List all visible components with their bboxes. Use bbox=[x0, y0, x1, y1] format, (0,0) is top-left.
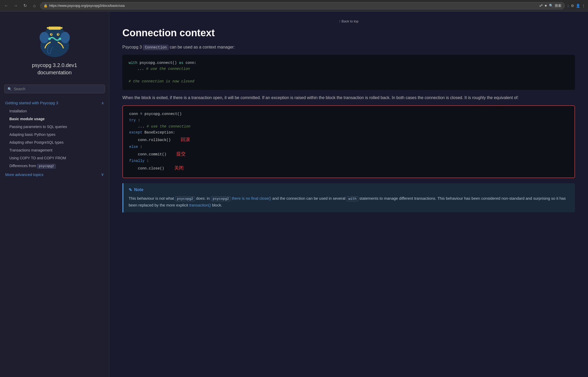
sidebar-item-differences[interactable]: Differences from psycopg2 bbox=[0, 162, 109, 170]
sidebar-item-installation[interactable]: Installation bbox=[0, 107, 109, 115]
svg-point-9 bbox=[48, 38, 51, 40]
sidebar-logo: psycopg 3.2.0.dev1documentation bbox=[0, 11, 109, 81]
search-icon: 🔍 bbox=[8, 87, 12, 91]
sidebar-item-copy[interactable]: Using COPY TO and COPY FROM bbox=[0, 154, 109, 162]
cb2-line-3: ... # use the connection bbox=[129, 124, 568, 130]
sidebar-title: psycopg 3.2.0.dev1documentation bbox=[32, 62, 77, 76]
chevron-down-icon: ∨ bbox=[101, 172, 104, 177]
nav-group-label: Getting started with Psycopg 3 bbox=[5, 101, 58, 105]
code-block-1: with psycopg.connect() as conn: ... # us… bbox=[122, 55, 575, 90]
cb2-line-6: else : bbox=[129, 144, 568, 150]
pencil-icon: ✎ bbox=[129, 187, 132, 192]
sidebar-item-adapting-python[interactable]: Adapting basic Python types bbox=[0, 131, 109, 138]
svg-point-7 bbox=[58, 34, 59, 35]
cb2-line-2: try : bbox=[129, 117, 568, 124]
search-box[interactable]: 🔍 Search bbox=[4, 84, 105, 93]
sidebar: psycopg 3.2.0.dev1documentation 🔍 Search… bbox=[0, 11, 109, 377]
download-icon: ↓ bbox=[567, 3, 569, 8]
note-link-2[interactable]: transaction() bbox=[189, 203, 211, 207]
intro-paragraph: Psycopg 3 Connection can be used as a co… bbox=[122, 44, 575, 51]
note-code-3: with bbox=[347, 196, 358, 201]
code-line-1: with psycopg.connect() as conn: bbox=[129, 60, 569, 66]
nav-group-advanced-label: More advanced topics bbox=[5, 172, 43, 177]
search-label: 搜索 bbox=[555, 3, 561, 8]
back-to-top: ↑ Back to top bbox=[122, 19, 575, 23]
note-text-1: This behaviour is not what bbox=[129, 196, 175, 200]
profile-icon: 👤 bbox=[576, 4, 580, 8]
back-button[interactable]: ← bbox=[3, 2, 10, 9]
security-icon: 🔒 bbox=[43, 4, 48, 8]
prose-paragraph-1: When the block is exited, if there is a … bbox=[122, 94, 575, 101]
nav-group-getting-started[interactable]: Getting started with Psycopg 3 ∧ bbox=[0, 99, 109, 107]
svg-point-3 bbox=[60, 32, 70, 43]
forward-button[interactable]: → bbox=[12, 2, 19, 9]
cb2-line-9: conn.close() 关闭 bbox=[129, 164, 568, 172]
content-area: ↑ Back to top Connection context Psycopg… bbox=[109, 11, 588, 377]
svg-rect-11 bbox=[47, 27, 62, 29]
nav-section: Getting started with Psycopg 3 ∧ Install… bbox=[0, 96, 109, 181]
cb2-line-5: conn.rollback() 回滚 bbox=[129, 136, 568, 144]
note-label: Note bbox=[134, 187, 143, 192]
note-box: ✎ Note This behaviour is not what psycop… bbox=[122, 183, 575, 213]
cb2-line-4: except BaseException: bbox=[129, 130, 568, 136]
back-to-top-link[interactable]: ↑ Back to top bbox=[339, 19, 358, 23]
address-bar[interactable]: 🔒 https://www.psycopg.org/psycopg3/docs/… bbox=[40, 2, 565, 9]
connection-code: Connection bbox=[143, 45, 168, 50]
sidebar-item-passing-params[interactable]: Passing parameters to SQL queries bbox=[0, 123, 109, 131]
nav-group-advanced[interactable]: More advanced topics ∨ bbox=[0, 170, 109, 179]
cb2-line-7: conn.commit() 提交 bbox=[129, 150, 568, 158]
intro-text-1: Psycopg 3 bbox=[122, 45, 143, 49]
chevron-up-icon: ∧ bbox=[101, 101, 104, 105]
annotation-rollback: 回滚 bbox=[181, 137, 190, 142]
svg-point-8 bbox=[59, 38, 61, 40]
browser-chrome: ← → ↻ ⌂ 🔒 https://www.psycopg.org/psycop… bbox=[0, 0, 588, 11]
note-text-3: and the connection can be used in severa… bbox=[272, 196, 346, 200]
svg-point-6 bbox=[51, 34, 52, 35]
search-placeholder: Search bbox=[14, 87, 25, 91]
note-text-5: block. bbox=[212, 203, 222, 207]
note-text: This behaviour is not what psycopg2 does… bbox=[129, 195, 570, 209]
page-title: Connection context bbox=[122, 27, 575, 39]
note-code-1: psycopg2 bbox=[175, 196, 195, 201]
note-code-2: psycopg2 bbox=[211, 196, 231, 201]
menu-icon: ⋮ bbox=[582, 4, 585, 8]
psycopg-logo bbox=[35, 19, 74, 58]
svg-point-2 bbox=[40, 32, 49, 43]
main-layout: psycopg 3.2.0.dev1documentation 🔍 Search… bbox=[0, 11, 588, 377]
grid-icon: ☍ bbox=[539, 4, 543, 8]
code-line-4: # the connection is now closed bbox=[129, 78, 569, 85]
search-icon: 🔍 bbox=[549, 4, 553, 8]
reload-button[interactable]: ↻ bbox=[21, 2, 29, 9]
extensions-icon: ⚙ bbox=[571, 4, 574, 8]
sidebar-item-basic-module[interactable]: Basic module usage bbox=[0, 115, 109, 123]
code-line-3 bbox=[129, 72, 569, 78]
annotation-close: 关闭 bbox=[174, 166, 184, 171]
sidebar-item-adapting-postgres[interactable]: Adapting other PostgreSQL types bbox=[0, 138, 109, 146]
browser-icons: ↓ ⚙ 👤 ⋮ bbox=[567, 3, 585, 8]
url-text: https://www.psycopg.org/psycopg3/docs/ba… bbox=[49, 4, 538, 8]
bookmark-icon: ★ bbox=[544, 4, 547, 8]
sidebar-item-transactions[interactable]: Transactions management bbox=[0, 146, 109, 154]
note-text-2: does: in bbox=[196, 196, 211, 200]
cb2-line-8: finally : bbox=[129, 158, 568, 164]
note-header: ✎ Note bbox=[129, 187, 570, 192]
note-link-1[interactable]: there is no final close() bbox=[232, 196, 271, 200]
intro-text-2: can be used as a context manager: bbox=[170, 45, 235, 49]
code-block-2: conn = psycopg.connect() try : ... # use… bbox=[122, 105, 575, 178]
cb2-line-1: conn = psycopg.connect() bbox=[129, 111, 568, 117]
code-line-2: ... # use the connection bbox=[129, 66, 569, 72]
annotation-commit: 提交 bbox=[176, 151, 186, 157]
home-button[interactable]: ⌂ bbox=[31, 2, 38, 9]
